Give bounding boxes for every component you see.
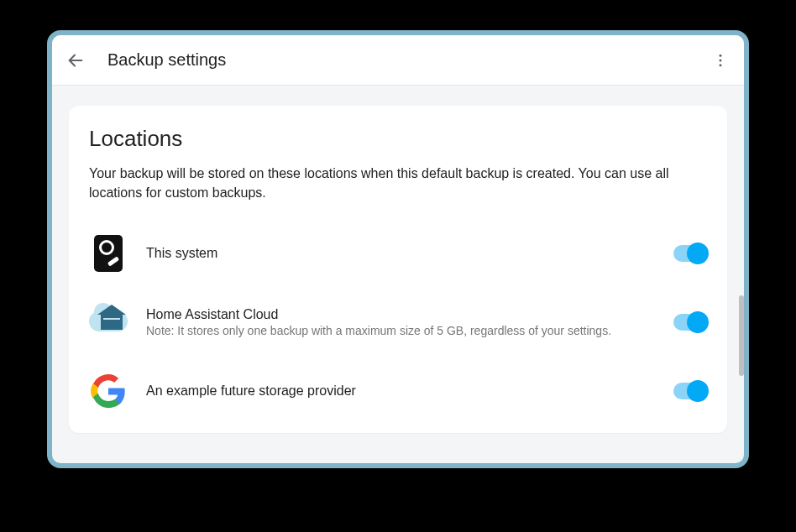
location-label: Home Assistant Cloud: [146, 307, 663, 322]
scrollbar[interactable]: [739, 295, 744, 376]
overflow-menu-button[interactable]: [704, 44, 737, 77]
location-label: An example future storage provider: [146, 383, 663, 399]
svg-point-3: [720, 64, 722, 66]
content-area: Locations Your backup will be stored on …: [52, 86, 744, 463]
location-text: This system: [128, 246, 673, 261]
location-text: An example future storage provider: [128, 383, 673, 399]
cloud-house-icon: [89, 303, 128, 342]
location-row-this-system: This system: [89, 219, 707, 288]
app-window: Backup settings Locations Your backup wi…: [47, 30, 749, 468]
locations-card: Locations Your backup will be stored on …: [69, 106, 727, 433]
svg-point-1: [720, 54, 722, 56]
back-button[interactable]: [59, 44, 92, 77]
dots-vertical-icon: [712, 52, 729, 69]
location-toggle-google[interactable]: [673, 383, 707, 399]
location-row-google: An example future storage provider: [89, 357, 707, 425]
location-note: Note: It stores only one backup with a m…: [146, 324, 663, 337]
location-toggle-ha-cloud[interactable]: [673, 314, 707, 331]
arrow-left-icon: [66, 51, 85, 70]
location-label: This system: [146, 246, 663, 261]
location-toggle-this-system[interactable]: [673, 245, 707, 262]
svg-point-2: [720, 59, 722, 61]
locations-description: Your backup will be stored on these loca…: [89, 164, 707, 202]
location-text: Home Assistant Cloud Note: It stores onl…: [128, 307, 673, 337]
location-row-ha-cloud: Home Assistant Cloud Note: It stores onl…: [89, 288, 707, 357]
top-bar: Backup settings: [52, 35, 744, 86]
locations-title: Locations: [89, 126, 707, 152]
google-icon: [89, 372, 128, 410]
page-title: Backup settings: [107, 50, 226, 70]
hdd-icon: [89, 234, 128, 273]
